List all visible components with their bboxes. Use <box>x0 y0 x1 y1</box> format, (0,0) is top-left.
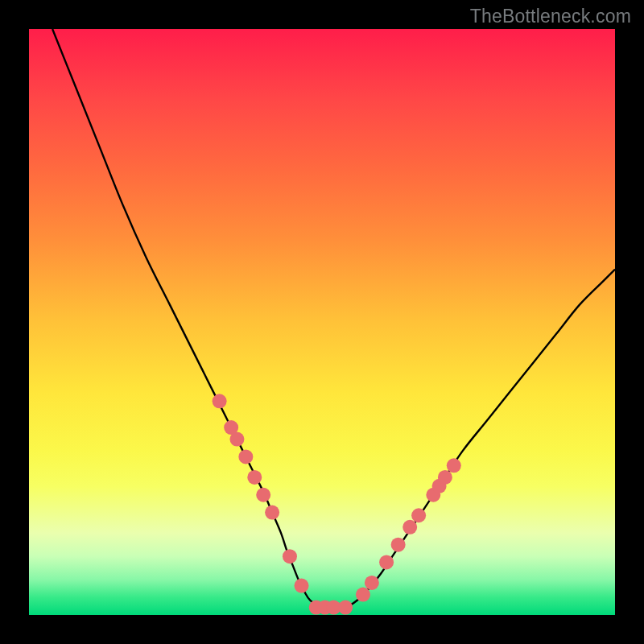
curve-path <box>52 29 615 608</box>
curve-marker <box>229 432 244 447</box>
curve-marker <box>447 458 461 473</box>
watermark-text: TheBottleneck.com <box>470 6 631 27</box>
curve-marker <box>247 470 262 485</box>
chart-overlay <box>29 29 615 615</box>
bottleneck-curve <box>52 29 615 608</box>
curve-marker <box>391 538 406 552</box>
curve-marker <box>256 488 270 502</box>
curve-marker <box>379 555 394 569</box>
curve-marker <box>338 601 353 615</box>
curve-marker <box>213 394 227 408</box>
curve-marker <box>411 508 426 522</box>
chart-frame: TheBottleneck.com <box>0 0 644 644</box>
curve-marker <box>295 579 309 593</box>
curve-marker <box>356 588 370 602</box>
curve-marker <box>402 520 417 535</box>
curve-marker <box>265 506 279 520</box>
curve-marker <box>365 576 379 590</box>
curve-marker-group <box>213 394 461 614</box>
curve-marker <box>283 549 297 564</box>
curve-marker <box>438 470 452 485</box>
curve-marker <box>238 449 253 464</box>
